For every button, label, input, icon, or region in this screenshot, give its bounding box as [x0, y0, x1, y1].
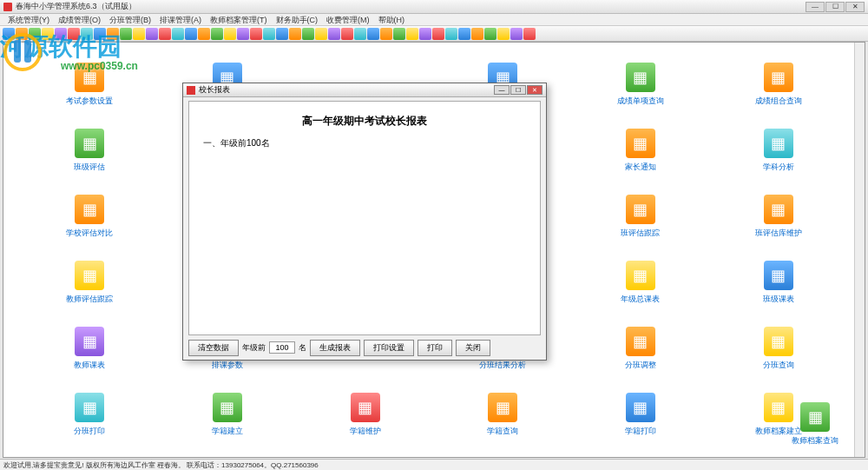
app-item-label: 考试参数设置	[66, 96, 113, 107]
rank-prefix-label: 年级前	[242, 342, 266, 354]
app-item-label: 班评估库维护	[755, 228, 802, 239]
app-item-icon: ▦	[764, 129, 793, 158]
app-item[interactable]: ▦班评估跟踪	[572, 183, 710, 249]
app-title: 春海中小学管理系统6.3（试用版）	[16, 1, 136, 12]
app-item-label: 学籍维护	[350, 426, 381, 437]
app-item[interactable]: ▦班级评估	[21, 117, 159, 183]
tb-icon[interactable]	[354, 28, 366, 40]
app-item[interactable]: ▦教师评估跟踪	[21, 249, 159, 315]
tb-icon[interactable]	[250, 28, 262, 40]
app-item-icon: ▦	[626, 327, 655, 356]
app-item[interactable]: ▦学籍打印	[572, 382, 710, 448]
dialog-maximize-button[interactable]: ☐	[510, 85, 526, 95]
app-item-label: 学籍查询	[487, 426, 518, 437]
dialog-minimize-button[interactable]: —	[494, 85, 510, 95]
app-item[interactable]: ▦学科分析	[709, 117, 847, 183]
vertical-scrollbar[interactable]	[854, 43, 865, 457]
tb-icon[interactable]	[302, 28, 314, 40]
status-text: 欢迎试用,请多提宝贵意见! 版权所有海边风工作室 程春海。 联系电话：13930…	[3, 461, 319, 469]
app-item-icon: ▦	[764, 327, 793, 356]
app-item[interactable]: ▦教师档案查询	[792, 402, 838, 447]
tb-icon[interactable]	[341, 28, 353, 40]
tb-icon[interactable]	[172, 28, 184, 40]
tb-icon[interactable]	[523, 28, 536, 40]
menu-schedule[interactable]: 排课管理(A)	[155, 14, 206, 25]
tb-icon[interactable]	[432, 28, 444, 40]
app-item-icon: ▦	[626, 261, 655, 290]
app-item[interactable]: ▦家长通知	[572, 117, 710, 183]
tb-icon[interactable]	[146, 28, 158, 40]
clear-data-button[interactable]: 清空数据	[188, 340, 239, 356]
report-heading: 高一年级期中考试校长报表	[196, 114, 533, 129]
tb-icon[interactable]	[380, 28, 392, 40]
maximize-button[interactable]: ☐	[825, 2, 845, 12]
close-button[interactable]: ✕	[845, 2, 865, 12]
print-settings-button[interactable]: 打印设置	[364, 340, 414, 356]
app-item[interactable]: ▦分班查询	[709, 316, 847, 382]
tb-icon[interactable]	[276, 28, 288, 40]
app-item-icon: ▦	[764, 63, 793, 92]
tb-icon[interactable]	[185, 28, 197, 40]
app-item-label: 教师档案查询	[792, 435, 838, 447]
report-dialog: 校长报表 — ☐ ✕ 高一年级期中考试校长报表 一、年级前100名 清空数据 年…	[182, 83, 547, 361]
tb-icon[interactable]	[289, 28, 301, 40]
app-item[interactable]: ▦年级总课表	[572, 249, 710, 315]
tb-icon[interactable]	[367, 28, 379, 40]
tb-icon[interactable]	[263, 28, 275, 40]
generate-report-button[interactable]: 生成报表	[310, 340, 360, 356]
menu-fee[interactable]: 收费管理(M)	[322, 14, 374, 25]
close-button[interactable]: 关闭	[456, 340, 490, 356]
app-item[interactable]: ▦学校评估对比	[21, 183, 159, 249]
menu-finance[interactable]: 财务助手(C)	[272, 14, 323, 25]
menu-teacher[interactable]: 教师档案管理(T)	[206, 14, 272, 25]
menubar: 系统管理(Y) 成绩管理(O) 分班管理(B) 排课管理(A) 教师档案管理(T…	[0, 14, 868, 26]
app-item-label: 年级总课表	[621, 294, 660, 305]
dialog-close-button[interactable]: ✕	[527, 85, 542, 95]
app-item-label: 教师评估跟踪	[66, 294, 113, 305]
app-item-icon: ▦	[764, 195, 793, 224]
app-item[interactable]: ▦教师课表	[21, 316, 159, 382]
rank-count-input[interactable]	[269, 341, 295, 354]
tb-icon[interactable]	[159, 28, 171, 40]
app-item[interactable]: ▦成绩组合查询	[709, 51, 847, 117]
dialog-icon	[187, 86, 195, 95]
app-item[interactable]: ▦学籍维护	[296, 382, 434, 448]
watermark-url: www.pc0359.cn	[61, 60, 138, 72]
tb-icon[interactable]	[471, 28, 483, 40]
app-item-icon: ▦	[351, 393, 380, 422]
tb-icon[interactable]	[224, 28, 236, 40]
tb-icon[interactable]	[315, 28, 327, 40]
print-button[interactable]: 打印	[418, 340, 452, 356]
tb-icon[interactable]	[419, 28, 431, 40]
app-item-icon: ▦	[626, 63, 655, 92]
tb-icon[interactable]	[497, 28, 510, 40]
menu-system[interactable]: 系统管理(Y)	[3, 14, 54, 25]
dialog-title: 校长报表	[199, 84, 230, 96]
tb-icon[interactable]	[211, 28, 223, 40]
tb-icon[interactable]	[484, 28, 496, 40]
tb-icon[interactable]	[510, 28, 523, 40]
app-item[interactable]: ▦学籍建立	[159, 382, 297, 448]
app-item-label: 班评估跟踪	[621, 228, 660, 239]
app-item[interactable]: ▦班级课表	[709, 249, 847, 315]
minimize-button[interactable]: —	[806, 2, 825, 12]
tb-icon[interactable]	[198, 28, 210, 40]
app-item[interactable]: ▦学籍查询	[434, 382, 572, 448]
app-item[interactable]: ▦班评估库维护	[709, 183, 847, 249]
app-item-icon: ▦	[626, 195, 655, 224]
app-item[interactable]: ▦分班调整	[572, 316, 710, 382]
tb-icon[interactable]	[458, 28, 470, 40]
tb-icon[interactable]	[328, 28, 340, 40]
menu-help[interactable]: 帮助(H)	[374, 14, 410, 25]
app-item-label: 班级课表	[763, 294, 794, 305]
menu-class[interactable]: 分班管理(B)	[105, 14, 155, 25]
menu-score[interactable]: 成绩管理(O)	[54, 14, 105, 25]
tb-icon[interactable]	[445, 28, 457, 40]
app-item-label: 学科分析	[763, 162, 794, 173]
tb-icon[interactable]	[406, 28, 418, 40]
tb-icon[interactable]	[237, 28, 249, 40]
app-item[interactable]: ▦分班打印	[21, 382, 159, 448]
tb-icon[interactable]	[393, 28, 405, 40]
app-item[interactable]: ▦成绩单项查询	[572, 51, 710, 117]
app-item-icon: ▦	[626, 393, 655, 422]
